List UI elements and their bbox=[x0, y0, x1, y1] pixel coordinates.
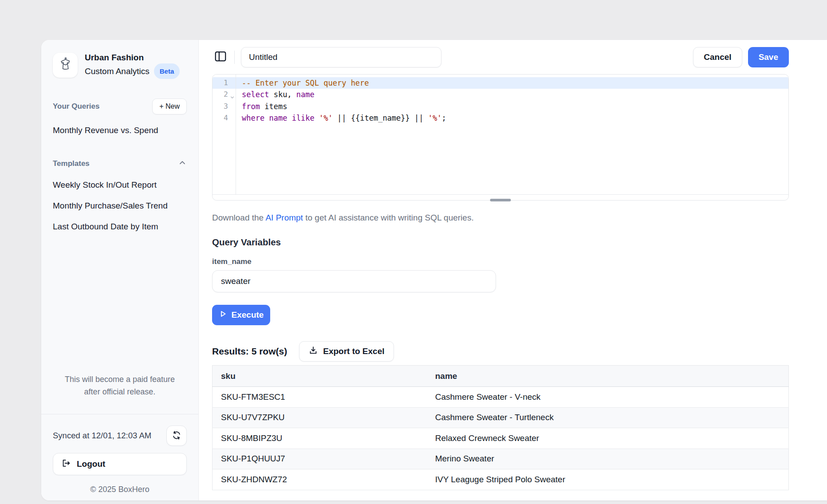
templates-label: Templates bbox=[53, 159, 90, 168]
template-item-last-outbound[interactable]: Last Outbound Date by Item bbox=[53, 222, 187, 232]
table-header-row: sku name bbox=[213, 366, 789, 387]
sidebar: Urban Fashion Custom Analytics Beta Your… bbox=[41, 40, 199, 500]
refresh-button[interactable] bbox=[166, 425, 187, 446]
toolbar-divider bbox=[234, 51, 235, 64]
sidebar-toggle-button[interactable] bbox=[212, 48, 229, 66]
logout-icon bbox=[61, 458, 71, 470]
execute-label: Execute bbox=[232, 310, 264, 320]
table-row: SKU-U7V7ZPKU Cashmere Sweater - Turtlene… bbox=[213, 407, 789, 428]
cell-name: Relaxed Crewneck Sweater bbox=[427, 428, 789, 449]
workspace-titles: Urban Fashion Custom Analytics Beta bbox=[85, 51, 180, 79]
help-text: Download the AI Prompt to get AI assista… bbox=[212, 213, 789, 223]
cancel-button[interactable]: Cancel bbox=[693, 47, 742, 67]
editor-resize-handle[interactable] bbox=[490, 199, 511, 201]
code-area[interactable]: -- Enter your SQL query here select sku,… bbox=[236, 75, 788, 194]
export-to-excel-button[interactable]: Export to Excel bbox=[299, 341, 394, 362]
new-query-button[interactable]: + New bbox=[152, 98, 187, 114]
app-window: Urban Fashion Custom Analytics Beta Your… bbox=[41, 40, 827, 500]
column-header-name: name bbox=[427, 366, 789, 387]
cell-sku: SKU-ZHDNWZ72 bbox=[213, 469, 427, 490]
table-row: SKU-8MBIPZ3U Relaxed Crewneck Sweater bbox=[213, 428, 789, 449]
logout-label: Logout bbox=[77, 459, 105, 469]
cell-name: Merino Sweater bbox=[427, 449, 789, 469]
editor-gutter: 1 2 3 4 bbox=[213, 75, 236, 194]
variable-label-item-name: item_name bbox=[212, 257, 789, 266]
ai-prompt-link[interactable]: AI Prompt bbox=[265, 213, 303, 222]
query-variables-heading: Query Variables bbox=[212, 237, 789, 248]
product-name: Custom Analytics bbox=[85, 65, 150, 77]
column-header-sku: sku bbox=[213, 366, 427, 387]
line-number: 2 bbox=[213, 89, 236, 100]
logout-button[interactable]: Logout bbox=[53, 453, 187, 475]
code-line: where name ilike '%' || {{item_name}} ||… bbox=[236, 112, 788, 124]
workspace-header: Urban Fashion Custom Analytics Beta bbox=[53, 51, 187, 79]
cell-name: Cashmere Sweater - Turtleneck bbox=[427, 407, 789, 428]
sql-editor[interactable]: 1 2 3 4 -- Enter your SQL query here sel… bbox=[212, 74, 789, 201]
save-button[interactable]: Save bbox=[748, 47, 789, 67]
cell-sku: SKU-U7V7ZPKU bbox=[213, 407, 427, 428]
sidebar-top: Urban Fashion Custom Analytics Beta Your… bbox=[41, 40, 198, 232]
template-item-weekly-stock[interactable]: Weekly Stock In/Out Report bbox=[53, 180, 187, 190]
code-line: from items bbox=[236, 101, 788, 112]
paid-feature-note: This will become a paid feature after of… bbox=[41, 373, 198, 414]
export-label: Export to Excel bbox=[323, 346, 384, 356]
play-icon bbox=[219, 310, 227, 320]
sync-status: Synced at 12/01, 12:03 AM bbox=[53, 431, 151, 441]
cell-name: Cashmere Sweater - V-neck bbox=[427, 387, 789, 408]
line-number: 3 bbox=[213, 101, 236, 112]
variable-input-item-name[interactable] bbox=[212, 270, 496, 292]
template-item-monthly-purchase[interactable]: Monthly Purchase/Sales Trend bbox=[53, 201, 187, 211]
cell-name: IVY Leaguge Striped Polo Sweater bbox=[427, 469, 789, 490]
line-number: 1 bbox=[213, 77, 236, 89]
table-row: SKU-P1QHUUJ7 Merino Sweater bbox=[213, 449, 789, 469]
code-line: select sku, name bbox=[236, 89, 788, 100]
beta-badge: Beta bbox=[154, 63, 180, 79]
cell-sku: SKU-8MBIPZ3U bbox=[213, 428, 427, 449]
download-icon bbox=[308, 346, 318, 358]
cell-sku: SKU-P1QHUUJ7 bbox=[213, 449, 427, 469]
toolbar: Cancel Save bbox=[212, 40, 789, 74]
t-shirt-icon bbox=[57, 56, 73, 74]
copyright: © 2025 BoxHero bbox=[53, 485, 187, 494]
results-heading: Results: 5 row(s) bbox=[212, 346, 287, 357]
query-item-monthly-revenue[interactable]: Monthly Revenue vs. Spend bbox=[53, 126, 187, 135]
panel-left-icon bbox=[214, 50, 227, 64]
table-row: SKU-FTM3ESC1 Cashmere Sweater - V-neck bbox=[213, 387, 789, 408]
code-line: -- Enter your SQL query here bbox=[236, 77, 788, 89]
line-number: 4 bbox=[213, 112, 236, 124]
workspace-name: Urban Fashion bbox=[85, 51, 180, 63]
results-table: sku name SKU-FTM3ESC1 Cashmere Sweater -… bbox=[212, 365, 789, 490]
chevron-up-icon[interactable] bbox=[178, 158, 187, 169]
query-title-input[interactable] bbox=[241, 47, 441, 67]
your-queries-label: Your Queries bbox=[53, 102, 100, 111]
results-header-row: Results: 5 row(s) Export to Excel bbox=[212, 341, 789, 362]
refresh-icon bbox=[172, 430, 181, 441]
sidebar-footer: Synced at 12/01, 12:03 AM bbox=[41, 414, 198, 500]
table-row: SKU-ZHDNWZ72 IVY Leaguge Striped Polo Sw… bbox=[213, 469, 789, 490]
execute-button[interactable]: Execute bbox=[212, 305, 270, 325]
workspace-logo bbox=[53, 53, 78, 78]
cell-sku: SKU-FTM3ESC1 bbox=[213, 387, 427, 408]
main-panel: Cancel Save 1 2 3 4 -- Enter your SQL qu… bbox=[199, 40, 827, 500]
